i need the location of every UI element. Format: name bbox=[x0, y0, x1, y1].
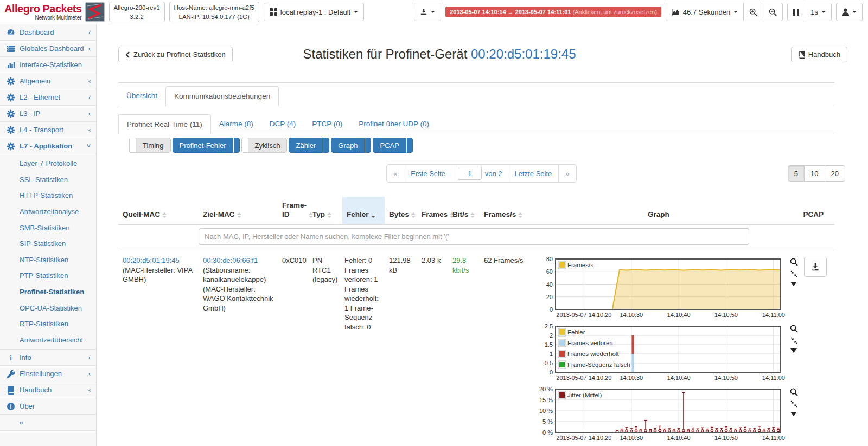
sidebar-item-profinet-statistiken[interactable]: Profinet-Statistiken bbox=[0, 284, 96, 300]
sidebar-item-allgemein[interactable]: Allgemein‹ bbox=[0, 73, 96, 89]
tab-übersicht[interactable]: Übersicht bbox=[118, 86, 165, 106]
page-size-5[interactable]: 5 bbox=[788, 165, 805, 182]
column-header-frames[interactable]: Frames bbox=[417, 197, 448, 224]
sidebar-item-l4-transport[interactable]: L4 - Transport‹ bbox=[0, 122, 96, 138]
sidebar-item-l7-applikation[interactable]: L7 - Applikation˅ bbox=[0, 138, 96, 154]
filter-button-handle[interactable] bbox=[323, 138, 329, 153]
filter-button-handle[interactable] bbox=[129, 138, 136, 153]
filter-button-handle[interactable] bbox=[406, 138, 413, 153]
sidebar-item--[interactable]: « bbox=[0, 415, 96, 431]
ziel-mac-link[interactable]: 00:30:de:06:66:f1 bbox=[203, 256, 258, 264]
filter-button-handle[interactable] bbox=[365, 138, 371, 153]
chart-collapse-icon[interactable] bbox=[790, 400, 797, 408]
capture-time-badge[interactable]: 2013-05-07 14:10:14 → 2013-05-07 14:11:0… bbox=[445, 7, 661, 17]
pagination-first[interactable]: Erste Seite bbox=[404, 165, 452, 182]
chart-menu-caret-icon[interactable] bbox=[790, 282, 797, 286]
quell-mac-link[interactable]: 00:20:d5:01:19:45 bbox=[123, 256, 180, 264]
sidebar-item-sip-statistiken[interactable]: SIP-Statistiken bbox=[0, 236, 96, 252]
tab-kommunikationsbeziehungen[interactable]: Kommunikationsbeziehungen bbox=[165, 86, 279, 106]
filter-button-timing[interactable]: Timing bbox=[129, 138, 171, 153]
subtab-alarme-8-[interactable]: Alarme (8) bbox=[211, 114, 261, 134]
area-chart-icon bbox=[672, 9, 680, 16]
page-title-mac[interactable]: 00:20:d5:01:19:45 bbox=[471, 47, 576, 61]
sidebar-item-über[interactable]: iÜber bbox=[0, 398, 96, 415]
pagination-last[interactable]: Letzte Seite bbox=[508, 165, 559, 182]
interval-dropdown-button[interactable]: 1s bbox=[805, 3, 832, 21]
chart-zoom-icon[interactable] bbox=[790, 388, 798, 396]
chevron-left-icon: ‹ bbox=[88, 109, 91, 118]
sidebar-item-ntp-statistiken[interactable]: NTP-Statistiken bbox=[0, 252, 96, 268]
sort-icon bbox=[162, 212, 167, 218]
handbuch-button[interactable]: Handbuch bbox=[791, 47, 847, 62]
device-name: Allegro-200-rev1 bbox=[114, 3, 160, 12]
gear-icon bbox=[7, 126, 15, 134]
filter-button-handle[interactable] bbox=[241, 138, 248, 153]
filter-button-z-hler[interactable]: Zähler bbox=[289, 138, 329, 153]
page-size-20[interactable]: 20 bbox=[825, 165, 845, 182]
subtab-profinet-real-time-11-[interactable]: Profinet Real-Time (11) bbox=[118, 114, 211, 134]
subtab-profinet-ber-udp-0-[interactable]: Profinet über UDP (0) bbox=[350, 114, 437, 134]
replay-selector-button[interactable]: local:replay-1 : Default bbox=[264, 3, 364, 21]
sidebar-item-dashboard[interactable]: Dashboard‹ bbox=[0, 24, 96, 41]
column-header-bytes[interactable]: Bytes bbox=[385, 197, 417, 224]
pagination-prev[interactable]: « bbox=[387, 165, 404, 182]
sidebar-item-interface-statistiken[interactable]: Interface-Statistiken bbox=[0, 57, 96, 73]
filter-button-profinet-fehler[interactable]: Profinet-Fehler bbox=[173, 138, 240, 153]
column-header-frame-id[interactable]: Frame-ID bbox=[278, 197, 308, 224]
sidebar-item-ssl-statistiken[interactable]: SSL-Statistiken bbox=[0, 172, 96, 188]
download-icon bbox=[420, 8, 427, 16]
chevron-left-icon: ‹ bbox=[88, 28, 91, 36]
table-search-input[interactable] bbox=[199, 228, 749, 245]
chart-zoom-icon[interactable] bbox=[790, 325, 798, 333]
sidebar-item-antwortzeitübersicht[interactable]: Antwortzeitübersicht bbox=[0, 332, 96, 348]
sidebar-item-layer-7-protokolle[interactable]: Layer-7-Protokolle bbox=[0, 156, 96, 172]
sidebar-item-label: L7 - Applikation bbox=[20, 142, 86, 150]
chart-zoom-icon[interactable] bbox=[790, 258, 798, 266]
sidebar-item-info[interactable]: iInfo‹ bbox=[0, 350, 96, 366]
cell-graph: 0204060802013-05-07 14:10:2014:10:3014:1… bbox=[531, 251, 784, 446]
zoom-in-button[interactable] bbox=[743, 3, 763, 21]
filter-button-zyklisch[interactable]: Zyklisch bbox=[241, 138, 288, 153]
subtab-ptcp-0-[interactable]: PTCP (0) bbox=[304, 114, 350, 134]
chart-menu-caret-icon[interactable] bbox=[790, 348, 797, 353]
filter-button-graph[interactable]: Graph bbox=[331, 138, 371, 153]
sidebar-item-l3-ip[interactable]: L3 - IP‹ bbox=[0, 106, 96, 122]
user-menu-button[interactable] bbox=[836, 3, 863, 21]
filter-button-handle[interactable] bbox=[233, 138, 240, 153]
svg-text:60: 60 bbox=[546, 268, 553, 275]
sidebar-item-l2-ethernet[interactable]: L2 - Ethernet‹ bbox=[0, 89, 96, 106]
page-size-10[interactable]: 10 bbox=[804, 165, 825, 182]
sidebar-item-antwortzeitanalyse[interactable]: Antwortzeitanalyse bbox=[0, 204, 96, 220]
pagination-next[interactable]: » bbox=[559, 165, 576, 182]
filter-button-pcap[interactable]: PCAP bbox=[373, 138, 412, 153]
column-header-quell-mac[interactable]: Quell-MAC bbox=[118, 197, 199, 224]
sidebar-item-http-statistiken[interactable]: HTTP-Statistiken bbox=[0, 188, 96, 204]
column-header-ziel-mac[interactable]: Ziel-MAC bbox=[199, 197, 278, 224]
column-header-typ[interactable]: Typ bbox=[308, 197, 342, 224]
pcap-download-button[interactable] bbox=[804, 257, 827, 277]
chart-collapse-icon[interactable] bbox=[790, 337, 797, 344]
subtab-dcp-4-[interactable]: DCP (4) bbox=[261, 114, 304, 134]
download-menu-button[interactable] bbox=[414, 3, 441, 21]
sidebar-item-rtp-statistiken[interactable]: RTP-Statistiken bbox=[0, 316, 96, 332]
page-number-input[interactable] bbox=[458, 167, 482, 180]
sidebar-item-smb-statistiken[interactable]: SMB-Statistiken bbox=[0, 219, 96, 236]
sidebar-item-ptp-statistiken[interactable]: PTP-Statistiken bbox=[0, 268, 96, 284]
column-header-fehler[interactable]: Fehler bbox=[342, 197, 385, 224]
sidebar-item-globales-dashboard[interactable]: Globales Dashboard‹ bbox=[0, 41, 96, 57]
column-label: PCAP bbox=[803, 210, 824, 219]
zoom-out-button[interactable] bbox=[763, 3, 783, 21]
column-header-bit-s[interactable]: Bit/s bbox=[448, 197, 480, 224]
sidebar-submenu: Layer-7-ProtokolleSSL-StatistikenHTTP-St… bbox=[0, 154, 96, 350]
chart-collapse-icon[interactable] bbox=[790, 270, 797, 277]
sidebar-item-handbuch[interactable]: Handbuch‹ bbox=[0, 382, 96, 398]
sidebar-item-opc-ua-statistiken[interactable]: OPC-UA-Statistiken bbox=[0, 300, 96, 316]
duration-dropdown-button[interactable]: 46.7 Sekunden bbox=[666, 3, 744, 21]
pause-button[interactable] bbox=[787, 3, 805, 21]
chart-menu-caret-icon[interactable] bbox=[790, 412, 797, 416]
svg-text:14:10:30: 14:10:30 bbox=[620, 312, 643, 318]
column-header-frames-s[interactable]: Frames/s bbox=[480, 197, 531, 224]
back-button[interactable]: Zurück zu Profinet-Statistiken bbox=[118, 47, 233, 62]
sidebar-item-einstellungen[interactable]: Einstellungen‹ bbox=[0, 366, 96, 382]
zoom-in-icon bbox=[749, 8, 757, 16]
